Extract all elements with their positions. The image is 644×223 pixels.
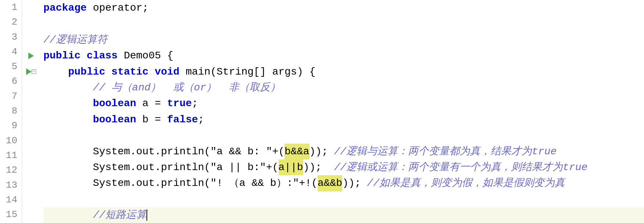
code-token: //逻辑或运算：两个变量有一个为真，则结果才为true [328,159,588,175]
code-line: //短路运算 [43,207,644,223]
code-token: //如果是真，则变为假，如果是假则变为真 [367,175,565,191]
line-number: 3 [3,30,17,44]
code-token: System.out.println("a || b:"+( [43,159,279,175]
line-number: 15 [3,207,17,222]
code-line: System.out.println("a && b: "+(b&&a)); /… [43,144,644,159]
line-number: 2 [3,15,17,29]
code-token: true [167,96,192,111]
code-token: )); [303,159,328,175]
code-token: )); [342,175,367,191]
code-line: boolean a = true; [43,96,644,111]
code-token: System.out.println("a && b: "+( [43,144,284,159]
gutter-cell [22,16,40,32]
gutter-cell [22,127,40,143]
code-token: boolean [93,112,136,127]
line-numbers: 12345678910111213141516 [0,0,22,223]
gutter-cell [22,191,40,207]
code-line: package operator; [43,0,644,16]
code-token: Demo05 { [118,48,173,64]
code-token: boolean [93,96,136,111]
code-line [43,127,644,143]
line-number: 12 [3,163,17,177]
highlighted-code: b&&a [284,144,309,159]
code-token: operator; [87,0,149,16]
code-token: false [167,112,198,127]
gutter-cell [22,159,40,175]
code-token: package [43,0,87,16]
gutter-cell: − [22,64,40,80]
line-number: 6 [3,74,17,89]
editor-container: 12345678910111213141516 −− package opera… [0,0,644,223]
gutter-cell [22,0,40,16]
text-cursor [146,209,147,221]
gutter-cell [22,96,40,111]
collapse-icon[interactable]: − [32,69,36,74]
code-line: public class Demo05 { [43,48,644,64]
line-number: 10 [3,133,17,148]
code-line: // 与（and） 或（or） 非（取反） [43,80,644,96]
code-token [43,96,93,111]
gutter-cell [22,144,40,159]
code-token: //短路运算 [93,207,146,223]
code-line: System.out.println("a || b:"+(a||b)); //… [43,159,644,175]
code-token: b = [136,112,167,127]
line-number: 9 [3,118,17,133]
run-arrow-icon[interactable] [28,53,34,59]
line-number: 11 [3,148,17,163]
code-token: System.out.println("! （a && b）:"+!( [43,175,318,191]
code-token: )); [309,144,334,159]
run-arrow-icon[interactable] [26,68,32,75]
line-number: 5 [3,59,17,74]
code-line [43,16,644,32]
code-token: a = [136,96,167,111]
code-token: main(String[] args) { [180,64,316,80]
code-token [43,112,93,127]
gutter-cell [22,80,40,96]
highlighted-code: a||b [279,159,303,175]
code-line: public static void main(String[] args) { [43,64,644,80]
gutter-cell [22,175,40,191]
gutter: −− [22,0,40,223]
code-token: //逻辑运算符 [43,32,107,48]
code-content[interactable]: package operator;//逻辑运算符public class Dem… [40,0,644,223]
line-number: 7 [3,89,17,104]
gutter-cell [22,207,40,223]
gutter-cell [22,112,40,127]
code-token: public class [43,48,118,64]
code-line: boolean b = false; [43,112,644,127]
highlighted-code: a&&b [318,175,342,191]
code-token: //逻辑与运算：两个变量都为真，结果才为true [334,144,557,159]
gutter-cell [22,32,40,48]
code-token: // 与（and） 或（or） 非（取反） [93,80,280,96]
code-line: System.out.println("! （a && b）:"+!(a&&b)… [43,175,644,191]
code-token [43,80,93,96]
code-line [43,191,644,207]
line-number: 4 [3,44,17,59]
line-number: 8 [3,104,17,118]
code-token: ; [192,96,198,111]
code-token: public static void [68,64,179,80]
line-number: 1 [3,0,17,15]
code-token: ; [198,112,204,127]
code-token [43,207,93,223]
line-number: 14 [3,193,17,207]
gutter-cell [22,48,40,64]
code-line: //逻辑运算符 [43,32,644,48]
code-token [43,64,68,80]
line-number: 13 [3,178,17,193]
